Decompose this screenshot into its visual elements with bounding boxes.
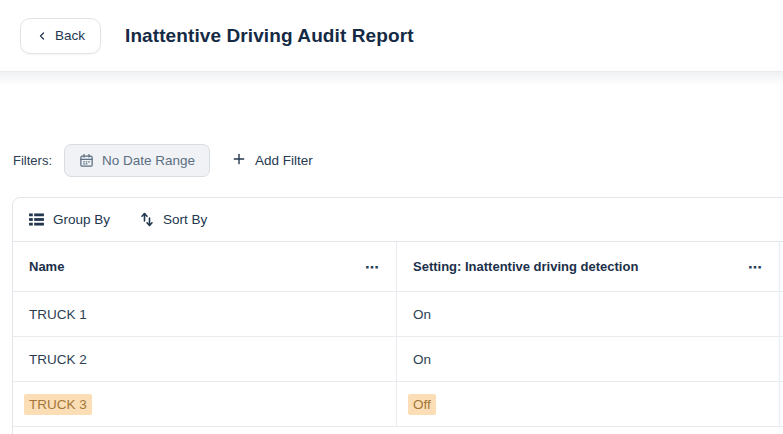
truck-name-highlighted: TRUCK 3 — [24, 394, 92, 415]
column-header-name-label: Name — [29, 259, 64, 274]
page-header: Back Inattentive Driving Audit Report — [0, 0, 783, 72]
filters-label: Filters: — [13, 153, 52, 168]
truck-name: TRUCK 2 — [29, 352, 87, 367]
page-title: Inattentive Driving Audit Report — [125, 25, 414, 47]
table-row-truck-3[interactable]: TRUCK 3 Off — [13, 382, 783, 427]
cell-name: TRUCK 3 — [13, 382, 397, 426]
truck-name: TRUCK 1 — [29, 307, 87, 322]
sort-arrows-icon — [140, 212, 154, 227]
report-table-card: Group By Sort By Name ⋯ Setting: Inatten… — [12, 197, 783, 434]
date-range-filter-label: No Date Range — [102, 153, 195, 168]
back-button-label: Back — [55, 28, 85, 43]
setting-value: On — [413, 352, 431, 367]
date-range-filter-button[interactable]: No Date Range — [64, 144, 210, 177]
table-header-row: Name ⋯ Setting: Inattentive driving dete… — [13, 242, 783, 292]
table-row-truck-1[interactable]: TRUCK 1 On — [13, 292, 783, 337]
column-header-setting: Setting: Inattentive driving detection ⋯ — [397, 242, 780, 291]
chevron-left-icon — [36, 30, 48, 42]
cell-setting: On — [397, 292, 780, 336]
cell-name: TRUCK 2 — [13, 337, 397, 381]
cell-name: TRUCK 1 — [13, 292, 397, 336]
add-filter-label: Add Filter — [255, 153, 313, 168]
cell-setting: Off — [397, 382, 780, 426]
back-button[interactable]: Back — [20, 18, 101, 54]
table-toolbar: Group By Sort By — [13, 198, 783, 242]
column-menu-icon[interactable]: ⋯ — [365, 260, 380, 274]
add-filter-button[interactable]: Add Filter — [232, 152, 313, 169]
column-header-setting-label: Setting: Inattentive driving detection — [413, 259, 638, 274]
setting-value-highlighted: Off — [408, 394, 436, 415]
plus-icon — [232, 152, 246, 169]
column-menu-icon[interactable]: ⋯ — [748, 260, 763, 274]
calendar-icon — [79, 153, 94, 168]
group-list-icon — [29, 213, 44, 226]
header-shadow — [0, 72, 783, 86]
column-header-name: Name ⋯ — [13, 242, 397, 291]
inattentive-driving-audit-page: Back Inattentive Driving Audit Report Fi… — [0, 0, 783, 434]
setting-value: On — [413, 307, 431, 322]
group-by-button[interactable]: Group By — [29, 212, 110, 227]
table-row-truck-2[interactable]: TRUCK 2 On — [13, 337, 783, 382]
sort-by-label: Sort By — [163, 212, 207, 227]
cell-setting: On — [397, 337, 780, 381]
group-by-label: Group By — [53, 212, 110, 227]
filters-row: Filters: No Date Range Add Filter — [13, 144, 313, 177]
sort-by-button[interactable]: Sort By — [140, 212, 207, 227]
